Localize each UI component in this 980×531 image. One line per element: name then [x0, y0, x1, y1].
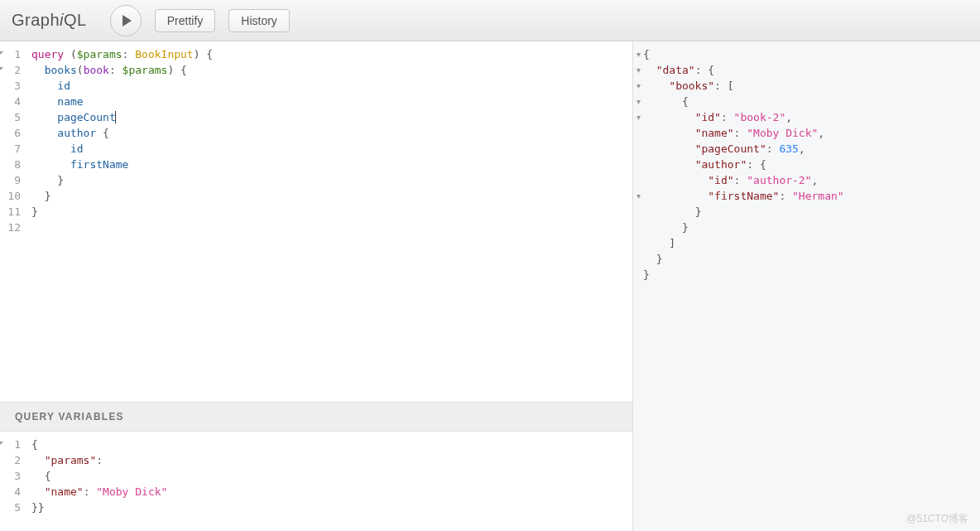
- query-code[interactable]: query ($params: BookInput) { books(book:…: [25, 41, 632, 402]
- toolbar: GraphiQL Prettify History: [0, 0, 980, 41]
- watermark: @51CTO博客: [906, 512, 968, 526]
- prettify-button[interactable]: Prettify: [155, 9, 216, 32]
- query-editor[interactable]: 123456789101112 query ($params: BookInpu…: [0, 41, 632, 402]
- variables-header[interactable]: Query Variables: [0, 402, 632, 432]
- query-gutter: 123456789101112: [0, 41, 25, 402]
- history-button[interactable]: History: [228, 9, 290, 32]
- run-button[interactable]: [110, 5, 142, 36]
- vars-gutter: 12345: [0, 432, 25, 531]
- play-icon: [120, 14, 133, 27]
- vars-code[interactable]: { "params": { "name": "Moby Dick"}}: [25, 432, 632, 531]
- left-pane: 123456789101112 query ($params: BookInpu…: [0, 41, 633, 531]
- variables-editor[interactable]: 12345 { "params": { "name": "Moby Dick"}…: [0, 432, 632, 531]
- result-fold-gutter: ▾▾▾▾▾▾: [633, 46, 641, 282]
- main: 123456789101112 query ($params: BookInpu…: [0, 41, 980, 531]
- result-code: { "data": { "books": [ { "id": "book-2",…: [633, 41, 980, 287]
- logo: GraphiQL: [12, 11, 87, 30]
- result-pane: ▾▾▾▾▾▾ { "data": { "books": [ { "id": "b…: [633, 41, 980, 531]
